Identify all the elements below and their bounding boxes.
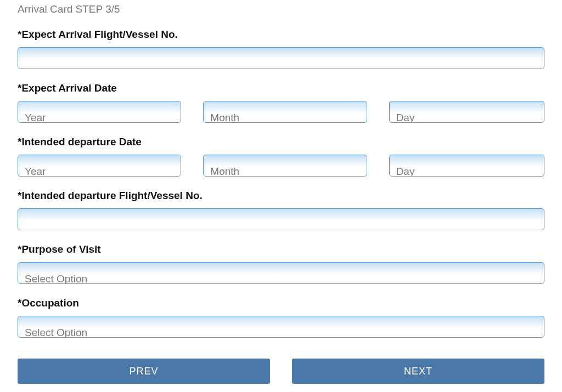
purpose-select[interactable]: Select Option xyxy=(18,262,544,284)
departure-flight-input[interactable] xyxy=(18,208,544,230)
arrival-date-label: *Expect Arrival Date xyxy=(18,82,544,94)
arrival-year-placeholder: Year xyxy=(25,112,46,123)
purpose-field: *Purpose of Visit Select Option xyxy=(18,243,544,284)
occupation-label: *Occupation xyxy=(18,297,544,309)
arrival-month-input[interactable]: Month xyxy=(203,101,367,123)
departure-month-input[interactable]: Month xyxy=(203,155,367,177)
departure-year-input[interactable]: Year xyxy=(18,155,181,177)
purpose-placeholder: Select Option xyxy=(25,273,87,284)
arrival-day-placeholder: Day xyxy=(396,112,415,123)
arrival-flight-label: *Expect Arrival Flight/Vessel No. xyxy=(18,29,544,41)
arrival-year-input[interactable]: Year xyxy=(18,101,181,123)
nav-button-row: PREV NEXT xyxy=(18,359,544,384)
departure-year-placeholder: Year xyxy=(25,166,46,177)
step-title: Arrival Card STEP 3/5 xyxy=(18,3,544,15)
occupation-placeholder: Select Option xyxy=(25,327,87,338)
arrival-flight-field: *Expect Arrival Flight/Vessel No. xyxy=(18,29,544,69)
departure-day-input[interactable]: Day xyxy=(389,155,544,177)
departure-date-label: *Intended departure Date xyxy=(18,136,544,148)
departure-date-field: *Intended departure Date Year Month Day xyxy=(18,136,544,177)
arrival-date-field: *Expect Arrival Date Year Month Day xyxy=(18,82,544,123)
departure-flight-label: *Intended departure Flight/Vessel No. xyxy=(18,190,544,202)
departure-flight-field: *Intended departure Flight/Vessel No. xyxy=(18,190,544,230)
occupation-select[interactable]: Select Option xyxy=(18,316,544,338)
prev-button[interactable]: PREV xyxy=(18,359,270,384)
arrival-day-input[interactable]: Day xyxy=(389,101,544,123)
purpose-label: *Purpose of Visit xyxy=(18,243,544,255)
occupation-field: *Occupation Select Option xyxy=(18,297,544,338)
next-button[interactable]: NEXT xyxy=(292,359,544,384)
arrival-flight-input[interactable] xyxy=(18,47,544,69)
arrival-month-placeholder: Month xyxy=(210,112,239,123)
departure-day-placeholder: Day xyxy=(396,166,415,177)
departure-month-placeholder: Month xyxy=(210,166,239,177)
